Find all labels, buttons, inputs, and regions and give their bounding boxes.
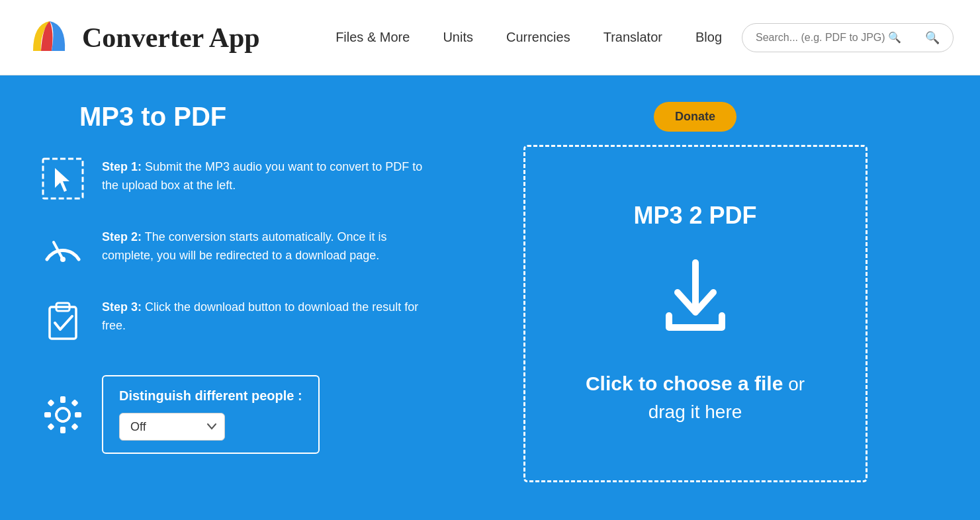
svg-rect-14: [47, 423, 54, 430]
svg-point-0: [32, 46, 66, 56]
header: Converter App Files & More Units Currenc…: [0, 0, 980, 75]
page-title: MP3 to PDF: [79, 102, 423, 132]
search-input[interactable]: [756, 32, 925, 44]
nav-units[interactable]: Units: [443, 30, 473, 45]
step-1-bold: Step 1:: [102, 160, 142, 173]
upload-cta: Click to choose a file ordrag it here: [586, 368, 805, 426]
svg-point-16: [56, 408, 69, 421]
search-bar: 🔍: [742, 23, 954, 52]
upload-title: MP3 2 PDF: [633, 202, 756, 230]
step-2-bold: Step 2:: [102, 230, 142, 243]
step-3-text: Step 3: Click the download button to dow…: [102, 296, 423, 335]
upload-cta-bold: Click to choose a file: [586, 372, 783, 394]
download-icon: [652, 256, 738, 335]
step-1-icon: [40, 155, 86, 202]
nav-translator[interactable]: Translator: [603, 30, 662, 45]
svg-marker-2: [55, 168, 69, 192]
step-2-text: Step 2: The conversion starts automatica…: [102, 226, 423, 265]
nav-blog[interactable]: Blog: [695, 30, 722, 45]
logo-link[interactable]: Converter App: [26, 15, 260, 61]
step-2-rest: The conversion starts automatically. Onc…: [102, 230, 387, 262]
svg-rect-11: [75, 412, 81, 417]
upload-box[interactable]: MP3 2 PDF Click to choose a file ordrag …: [523, 145, 868, 482]
donate-button[interactable]: Donate: [654, 102, 736, 132]
svg-rect-8: [60, 396, 66, 403]
svg-point-4: [60, 257, 66, 262]
nav-files-more[interactable]: Files & More: [335, 30, 410, 45]
step-1-rest: Submit the MP3 audio you want to convert…: [102, 160, 422, 192]
step-2-icon: [40, 226, 86, 272]
logo-icon: [26, 15, 73, 61]
main-nav: Files & More Units Currencies Translator…: [335, 30, 722, 45]
svg-rect-12: [47, 399, 54, 406]
nav-currencies[interactable]: Currencies: [506, 30, 570, 45]
gear-icon: [40, 392, 86, 438]
svg-rect-15: [71, 423, 78, 430]
svg-rect-13: [71, 399, 78, 406]
svg-rect-10: [44, 412, 51, 417]
right-panel: Donate MP3 2 PDF Click to choose a file …: [450, 102, 940, 494]
main-content: MP3 to PDF Step 1: Submit the MP3 audio …: [0, 75, 980, 520]
step-3-rest: Click the download button to download th…: [102, 300, 418, 332]
step-1-item: Step 1: Submit the MP3 audio you want to…: [40, 155, 423, 202]
steps-list: Step 1: Submit the MP3 audio you want to…: [40, 155, 423, 342]
distinguish-label: Distinguish different people :: [119, 388, 302, 404]
left-panel: MP3 to PDF Step 1: Submit the MP3 audio …: [40, 102, 423, 494]
svg-rect-9: [60, 427, 66, 433]
step-1-text: Step 1: Submit the MP3 audio you want to…: [102, 155, 423, 195]
logo-text: Converter App: [82, 22, 260, 54]
step-3-bold: Step 3:: [102, 300, 142, 314]
step-3-item: Step 3: Click the download button to dow…: [40, 296, 423, 342]
distinguish-box: Distinguish different people : Off On: [102, 375, 320, 454]
step-2-item: Step 2: The conversion starts automatica…: [40, 226, 423, 272]
distinguish-select[interactable]: Off On: [119, 413, 225, 441]
distinguish-section: Distinguish different people : Off On: [40, 375, 423, 454]
step-3-icon: [40, 296, 86, 342]
search-button[interactable]: 🔍: [925, 30, 940, 45]
